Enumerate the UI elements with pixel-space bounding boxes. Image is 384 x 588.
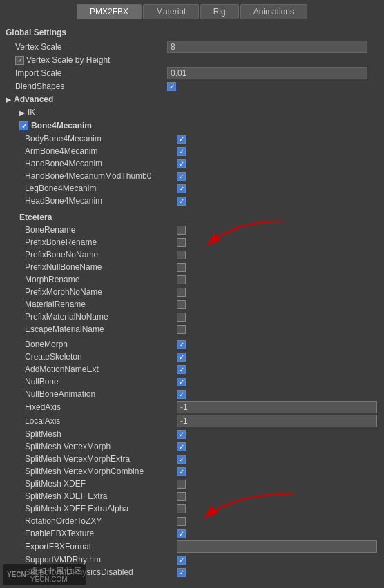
blendshapes-row: BlendShapes <box>0 80 384 92</box>
split-mesh-xdef-extra-alpha-checkbox[interactable] <box>177 504 186 513</box>
ik-triangle-icon: ▶ <box>19 109 25 117</box>
material-rename-label: MaterialRename <box>25 300 177 309</box>
export-fbx-label: ExportFBXFormat <box>25 542 177 551</box>
tab-pmx2fbx[interactable]: PMX2FBX <box>77 4 142 19</box>
split-mesh-xdef-extra-checkbox[interactable] <box>177 492 186 501</box>
tab-rig[interactable]: Rig <box>200 4 239 19</box>
bone4mecanim-header: Bone4Mecanim <box>0 119 384 133</box>
split-mesh-xdef-extra-label: SplitMesh XDEF Extra <box>25 491 177 501</box>
escape-material-row: EscapeMaterialName <box>0 323 384 335</box>
ik-label: IK <box>28 108 35 117</box>
vertex-scale-height-label: Vertex Scale by Height <box>15 55 167 66</box>
create-skeleton-checkbox[interactable] <box>177 353 186 362</box>
null-bone-animation-checkbox[interactable] <box>177 390 186 399</box>
watermark-text1: 虚 幻 中 国 社 区 <box>30 566 81 576</box>
create-skeleton-row: CreateSkeleton <box>0 351 384 363</box>
body-bone-checkbox[interactable] <box>177 135 186 144</box>
import-scale-label: Import Scale <box>15 68 167 78</box>
bone-morph-checkbox[interactable] <box>177 340 186 349</box>
prefix-material-noname-checkbox[interactable] <box>177 313 186 322</box>
split-mesh-vertex-combine-checkbox[interactable] <box>177 467 186 476</box>
morph-rename-label: MorphRename <box>25 275 177 284</box>
head-bone-label: HeadBone4Mecanim <box>25 196 177 206</box>
material-rename-checkbox[interactable] <box>177 300 186 309</box>
add-motion-label: AddMotionNameExt <box>25 364 177 374</box>
global-settings-header: Global Settings <box>0 25 384 40</box>
bone-rename-row: BoneRename <box>0 224 384 236</box>
bone4mecanim-checkbox[interactable] <box>19 121 28 130</box>
bone-rename-label: BoneRename <box>25 225 177 235</box>
rotation-order-checkbox[interactable] <box>177 517 186 526</box>
tab-animations[interactable]: Animations <box>240 4 307 19</box>
prefix-null-bonename-row: PrefixNullBoneName <box>0 261 384 273</box>
export-fbx-input[interactable] <box>177 540 377 553</box>
prefix-bone-noname-checkbox[interactable] <box>177 251 186 259</box>
null-bone-animation-row: NullBoneAnimation <box>0 388 384 400</box>
export-fbx-row: ExportFBXFormat <box>0 540 384 553</box>
head-bone-row: HeadBone4Mecanim <box>0 195 384 207</box>
watermark-logo: YECN <box>7 571 26 578</box>
morph-rename-checkbox[interactable] <box>177 275 186 284</box>
arm-bone-label: ArmBone4Mecanim <box>25 146 177 156</box>
prefix-morph-noname-row: PrefixMorphNoName <box>0 286 384 298</box>
prefix-material-noname-row: PrefixMaterialNoName <box>0 311 384 323</box>
null-bone-row: NullBone <box>0 375 384 388</box>
split-mesh-vertex-combine-label: SplitMesh VertexMorphCombine <box>25 467 177 476</box>
leg-bone-row: LegBone4Mecanim <box>0 182 384 195</box>
arm-bone-checkbox[interactable] <box>177 147 186 156</box>
bone-morph-row: BoneMorph <box>0 338 384 351</box>
split-mesh-checkbox[interactable] <box>177 430 186 439</box>
prefix-bone-noname-row: PrefixBoneNoName <box>0 248 384 261</box>
advanced-header: ▶ Advanced <box>0 92 384 106</box>
split-mesh-vertex-row: SplitMesh VertexMorph <box>0 440 384 453</box>
split-mesh-vertex-extra-checkbox[interactable] <box>177 455 186 464</box>
local-axis-input[interactable] <box>177 415 377 427</box>
morph-rename-row: MorphRename <box>0 273 384 286</box>
bone-rename-checkbox[interactable] <box>177 226 186 235</box>
escape-material-checkbox[interactable] <box>177 325 186 334</box>
tab-material[interactable]: Material <box>143 4 199 19</box>
split-mesh-vertex-extra-label: SplitMesh VertexMorphExtra <box>25 454 177 464</box>
create-skeleton-label: CreateSkeleton <box>25 352 177 362</box>
prefix-bone-noname-label: PrefixBoneNoName <box>25 250 177 259</box>
head-bone-checkbox[interactable] <box>177 197 186 206</box>
blendshapes-checkbox[interactable] <box>167 82 176 91</box>
split-mesh-xdef-extra-alpha-row: SplitMesh XDEF ExtraAlpha <box>0 502 384 515</box>
material-rename-row: MaterialRename <box>0 298 384 311</box>
fixed-axis-row: FixedAxis <box>0 400 384 414</box>
bone-morph-label: BoneMorph <box>25 340 177 349</box>
split-mesh-vertex-label: SplitMesh VertexMorph <box>25 442 177 451</box>
support-vmd-checkbox[interactable] <box>177 556 186 565</box>
hand-bone-checkbox[interactable] <box>177 159 186 168</box>
vertex-scale-input[interactable] <box>167 41 367 53</box>
add-motion-checkbox[interactable] <box>177 365 186 374</box>
local-axis-row: LocalAxis <box>0 414 384 428</box>
import-scale-value[interactable] <box>167 67 378 79</box>
enable-fbx-checkbox[interactable] <box>177 529 186 538</box>
null-bone-checkbox[interactable] <box>177 378 186 386</box>
prefix-null-bonename-checkbox[interactable] <box>177 263 186 272</box>
split-mesh-vertex-checkbox[interactable] <box>177 442 186 451</box>
fixed-axis-input[interactable] <box>177 401 377 413</box>
enable-fbx-row: EnableFBXTexture <box>0 527 384 540</box>
hand-bone-mod-checkbox[interactable] <box>177 172 186 181</box>
split-mesh-xdef-extra-alpha-label: SplitMesh XDEF ExtraAlpha <box>25 504 177 513</box>
body-bone-label: BodyBone4Mecanim <box>25 134 177 144</box>
leg-bone-checkbox[interactable] <box>177 184 186 193</box>
split-mesh-vertex-extra-row: SplitMesh VertexMorphExtra <box>0 453 384 465</box>
prefix-bone-rename-checkbox[interactable] <box>177 238 186 247</box>
split-mesh-xdef-extra-row: SplitMesh XDEF Extra <box>0 490 384 502</box>
split-mesh-xdef-checkbox[interactable] <box>177 480 186 489</box>
support-vmd-physics-checkbox[interactable] <box>177 568 186 577</box>
prefix-morph-noname-checkbox[interactable] <box>177 288 186 297</box>
leg-bone-label: LegBone4Mecanim <box>25 184 177 193</box>
hand-bone-mod-row: HandBone4MecanumModThumb0 <box>0 170 384 182</box>
rotation-order-row: RotationOrderToZXY <box>0 515 384 527</box>
vertex-scale-label: Vertex Scale <box>15 42 167 52</box>
main-content: Global Settings Vertex Scale Vertex Scal… <box>0 22 384 581</box>
ik-row: ▶ IK <box>0 106 384 119</box>
import-scale-input[interactable] <box>167 67 367 79</box>
vertex-scale-height-checkbox[interactable] <box>15 56 24 65</box>
vertex-scale-height-row: Vertex Scale by Height <box>0 54 384 66</box>
vertex-scale-value[interactable] <box>167 41 378 53</box>
